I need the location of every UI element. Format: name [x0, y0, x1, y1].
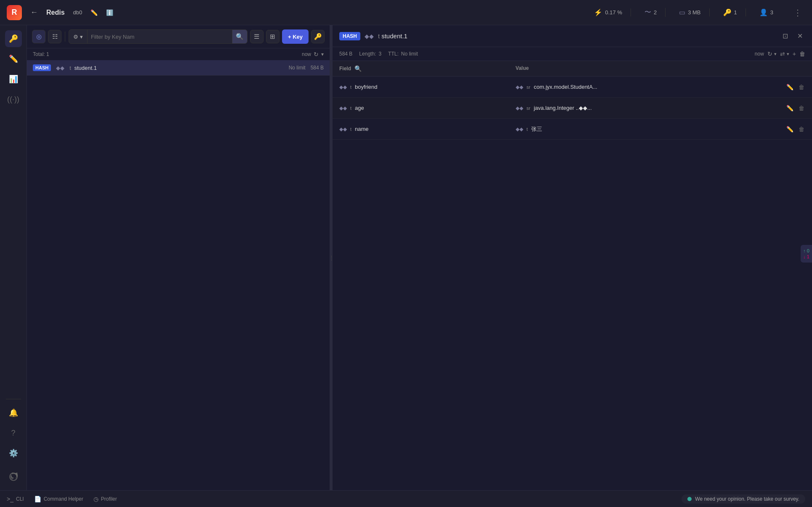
filter-group: ⚙ ▾ 🔍 — [69, 29, 248, 44]
field-diamond-icon-2: ◆◆ — [339, 105, 347, 111]
bottom-bar: >_ CLI 📄 Command Helper ◷ Profiler We ne… — [0, 490, 812, 507]
field-search-icon[interactable]: 🔍 — [354, 65, 362, 72]
cli-icon: >_ — [7, 496, 13, 502]
refresh-time: now — [302, 51, 311, 57]
key-type-badge: HASH — [33, 64, 51, 71]
field-name-3: name — [355, 126, 369, 132]
refresh-button[interactable]: ↻ — [314, 51, 319, 58]
tree-view-button[interactable]: ☷ — [48, 30, 61, 43]
nav-divider — [6, 399, 21, 399]
nav-github[interactable] — [5, 468, 22, 485]
detail-reload-button[interactable]: ⇄ ▾ — [780, 50, 789, 57]
value-diamond-icon-1: ◆◆ — [516, 84, 523, 90]
table-row[interactable]: ◆◆ t boyfriend ◆◆ sr com.jyx.model.Stude… — [333, 77, 812, 98]
edit-field-1-button[interactable]: ✏️ — [785, 83, 794, 91]
close-panel-button[interactable]: ✕ — [795, 30, 805, 42]
nav-pubsub[interactable]: ((·)) — [5, 91, 22, 108]
detail-length: Length: 3 — [359, 51, 381, 57]
nav-analytics[interactable]: 📊 — [5, 71, 22, 88]
profiler-tab[interactable]: ◷ Profiler — [93, 496, 117, 502]
filter-search-button[interactable]: 🔍 — [232, 30, 247, 43]
nav-help[interactable]: ? — [5, 425, 22, 441]
key-list-meta: Total: 1 now ↻ ▾ — [27, 48, 330, 60]
cli-tab[interactable]: >_ CLI — [7, 496, 24, 502]
list-view-button[interactable]: ☰ — [250, 30, 264, 43]
back-button[interactable]: ← — [27, 6, 41, 19]
detail-delete-button[interactable]: 🗑 — [799, 50, 805, 57]
profiler-label: Profiler — [101, 496, 117, 502]
filter-type-button[interactable]: ⚙ ▾ — [69, 30, 88, 43]
detail-type-badge: HASH — [339, 32, 360, 40]
field-diamond-icon-1: ◆◆ — [339, 84, 347, 90]
command-helper-icon: 📄 — [34, 496, 41, 502]
survey-bar[interactable]: We need your opinion. Please take our su… — [682, 494, 805, 504]
grid-view-button[interactable]: ⊞ — [266, 30, 280, 43]
refresh-chevron-button[interactable]: ▾ — [321, 51, 324, 57]
expand-panel-button[interactable]: ⊡ — [780, 30, 791, 42]
field-cell-name: ◆◆ t name — [339, 126, 516, 132]
total-count: Total: 1 — [33, 51, 49, 57]
cpu-value: 0.17 % — [605, 9, 622, 16]
field-cell-boyfriend: ◆◆ t boyfriend — [339, 84, 516, 90]
field-type-3: t — [350, 127, 351, 132]
row-actions-1: ✏️ 🗑 — [780, 83, 805, 91]
table-row[interactable]: ◆◆ t age ◆◆ sr java.lang.Integer ..◆◆...… — [333, 98, 812, 119]
detail-add-field-button[interactable]: + — [793, 50, 796, 57]
detail-panel: HASH ◆◆ tstudent.1 ⊡ ✕ 584 B Length: 3 T… — [333, 25, 812, 490]
detail-refresh-button[interactable]: ↻ ▾ — [767, 50, 777, 57]
top-header: R ← Redis db0 ✏️ ℹ️ ⚡ 0.17 % 〜 2 ▭ 3 MB … — [0, 0, 812, 25]
header-more-button[interactable]: ⋮ — [790, 6, 805, 19]
field-cell-age: ◆◆ t age — [339, 105, 516, 111]
nav-editor[interactable]: ✏️ — [5, 50, 22, 67]
clients-value: 3 — [770, 9, 773, 16]
survey-dot — [687, 497, 692, 501]
filter-chevron-icon: ▾ — [80, 34, 83, 40]
command-helper-tab[interactable]: 📄 Command Helper — [34, 496, 83, 502]
field-type-1: t — [350, 85, 351, 90]
nav-keys[interactable]: 🔑 — [5, 30, 22, 47]
refresh-group: now ↻ ▾ — [302, 51, 324, 58]
edit-field-3-button[interactable]: ✏️ — [785, 125, 794, 133]
connections-stat: 〜 2 — [636, 8, 666, 17]
edit-db-button[interactable]: ✏️ — [89, 8, 99, 17]
keys-value: 1 — [734, 9, 737, 16]
app-title: Redis — [46, 9, 65, 16]
filter-input[interactable] — [88, 34, 232, 40]
keys-stat: 🔑 1 — [715, 8, 746, 16]
key-ttl: No limit — [289, 65, 306, 71]
detail-size: 584 B — [339, 51, 352, 57]
delete-field-1-button[interactable]: 🗑 — [798, 83, 805, 91]
info-button[interactable]: ℹ️ — [104, 8, 115, 17]
value-type-1: sr — [527, 85, 530, 90]
value-cell-boyfriend: ◆◆ sr com.jyx.model.StudentA... — [516, 84, 780, 90]
value-diamond-icon-3: ◆◆ — [516, 126, 523, 132]
filter-type-icon: ⚙ — [73, 34, 78, 40]
add-key-button[interactable]: + Key — [282, 29, 309, 44]
delete-field-3-button[interactable]: 🗑 — [798, 125, 805, 133]
connections-icon: 〜 — [644, 8, 651, 17]
field-diamond-icon-3: ◆◆ — [339, 126, 347, 132]
detail-header: HASH ◆◆ tstudent.1 ⊡ ✕ — [333, 25, 812, 47]
value-text-1: com.jyx.model.StudentA... — [534, 84, 597, 90]
command-helper-label: Command Helper — [44, 496, 83, 502]
row-actions-3: ✏️ 🗑 — [780, 125, 805, 133]
key-row[interactable]: HASH ◆◆ t student.1 No limit 584 B — [27, 60, 330, 76]
clients-icon: 👤 — [759, 8, 768, 16]
float-up-count: ↑ 0 — [803, 248, 809, 253]
nav-notifications[interactable]: 🔔 — [5, 404, 22, 421]
cpu-stat: ⚡ 0.17 % — [586, 8, 631, 16]
table-row[interactable]: ◆◆ t name ◆◆ t 张三 ✏️ 🗑 — [333, 119, 812, 140]
toolbar-divider — [65, 32, 65, 42]
key-list: HASH ◆◆ t student.1 No limit 584 B — [27, 60, 330, 490]
detail-time: now — [755, 51, 764, 57]
clients-stat: 👤 3 — [751, 8, 782, 16]
edit-field-2-button[interactable]: ✏️ — [785, 104, 794, 112]
key-list-toolbar: ◎ ☷ ⚙ ▾ 🔍 ☰ ⊞ + Key 🔑 — [27, 25, 330, 48]
profiler-icon: ◷ — [93, 496, 99, 502]
db-label: db0 — [73, 9, 83, 16]
delete-field-2-button[interactable]: 🗑 — [798, 104, 805, 112]
key-actions-button[interactable]: 🔑 — [311, 30, 325, 43]
value-cell-name: ◆◆ t 张三 — [516, 125, 780, 133]
browser-view-button[interactable]: ◎ — [32, 30, 45, 43]
nav-settings[interactable]: ⚙️ — [5, 445, 22, 462]
